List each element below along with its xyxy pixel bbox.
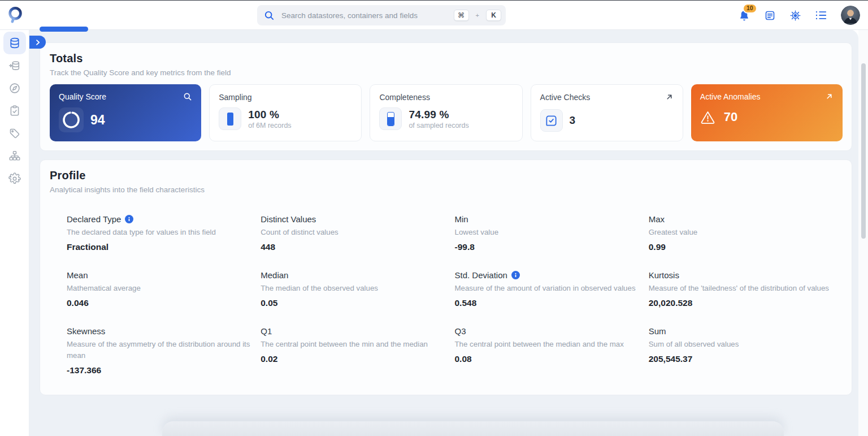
stat-skewness: Skewness Measure of the asymmetry of the… xyxy=(67,326,261,375)
stat-label: Mean xyxy=(67,270,88,280)
stat-value: 205,545.37 xyxy=(649,354,843,364)
brightness-button[interactable] xyxy=(789,10,801,21)
stat-sum: Sum Sum of all observed values 205,545.3… xyxy=(649,326,843,375)
stat-label: Distinct Values xyxy=(261,214,316,224)
stat-value: -137.366 xyxy=(67,365,261,375)
database-in-icon xyxy=(8,59,21,72)
list-icon xyxy=(815,10,827,21)
sidebar-item-datastores[interactable] xyxy=(3,32,26,54)
search-input[interactable] xyxy=(280,11,448,20)
warning-triangle-icon xyxy=(700,110,715,124)
active-checks-title: Active Checks xyxy=(540,93,591,102)
stat-description: Measure of the 'tailedness' of the distr… xyxy=(649,283,838,294)
info-icon[interactable] xyxy=(511,271,520,279)
search-icon xyxy=(264,10,275,21)
active-checks-value: 3 xyxy=(570,114,576,127)
stat-description: Lowest value xyxy=(455,227,644,238)
quality-score-ring xyxy=(59,107,84,132)
sidebar-item-source-records[interactable] xyxy=(3,54,26,77)
chevron-right-icon xyxy=(36,40,40,45)
metric-cards-row: Quality Score 94 Sampling xyxy=(50,84,843,141)
stat-label: Median xyxy=(261,270,288,280)
tag-icon xyxy=(8,127,21,140)
hierarchy-icon xyxy=(8,150,21,162)
stat-description: The declared data type for values in thi… xyxy=(67,227,256,238)
global-search: ⌘ + K xyxy=(257,5,506,25)
active-anomalies-value: 70 xyxy=(724,110,737,124)
arrow-up-right-icon[interactable] xyxy=(665,93,674,103)
stat-description: The central point between the min and th… xyxy=(261,339,450,350)
completeness-card: Completeness 74.99 % of sampled records xyxy=(370,84,522,141)
news-button[interactable] xyxy=(764,10,776,21)
stat-label: Q3 xyxy=(455,326,466,336)
main-content: Totals Track the Quality Score and key m… xyxy=(29,29,858,436)
notifications-button[interactable]: 10 xyxy=(738,9,750,22)
stat-description: Greatest value xyxy=(649,227,838,238)
sidebar-item-checks[interactable] xyxy=(3,100,26,122)
totals-subtitle: Track the Quality Score and key metrics … xyxy=(50,68,843,77)
kbd-plus: + xyxy=(476,12,479,19)
stat-distinct-values: Distinct Values Count of distinct values… xyxy=(261,214,454,252)
scrollbar-thumb[interactable] xyxy=(861,63,866,239)
stat-label: Std. Deviation xyxy=(455,270,507,280)
stat-value: 0.046 xyxy=(67,298,261,308)
stat-value: 0.08 xyxy=(455,354,649,364)
sampling-value: 100 % xyxy=(248,109,291,121)
database-icon xyxy=(8,37,21,49)
search-icon[interactable] xyxy=(183,92,192,103)
sidebar-expand-button[interactable] xyxy=(29,36,46,49)
next-section-peek xyxy=(162,421,784,436)
sidebar xyxy=(0,29,29,436)
quality-score-title: Quality Score xyxy=(59,92,106,101)
sidebar-item-tags[interactable] xyxy=(3,122,26,145)
stat-value: 0.548 xyxy=(455,298,649,308)
kbd-command: ⌘ xyxy=(454,10,469,21)
stat-mean: Mean Mathematical average 0.046 xyxy=(67,270,261,308)
stat-label: Max xyxy=(649,214,665,224)
stat-description: Measure of the asymmetry of the distribu… xyxy=(67,339,256,361)
stat-description: Count of distinct values xyxy=(261,227,450,238)
profile-stats-grid: Declared Type The declared data type for… xyxy=(67,214,843,375)
active-anomalies-title: Active Anomalies xyxy=(700,92,761,101)
stat-value: 20,020.528 xyxy=(649,298,843,308)
stat-description: Mathematical average xyxy=(67,283,256,294)
list-menu-button[interactable] xyxy=(815,10,827,21)
stat-label: Min xyxy=(455,214,468,224)
sidebar-item-settings[interactable] xyxy=(3,167,26,190)
app-logo-icon[interactable] xyxy=(7,6,24,26)
stat-value: 448 xyxy=(261,242,454,252)
sidebar-item-explore[interactable] xyxy=(3,77,26,100)
totals-section: Totals Track the Quality Score and key m… xyxy=(40,42,852,151)
completeness-title: Completeness xyxy=(379,93,430,102)
stat-min: Min Lowest value -99.8 xyxy=(455,214,649,252)
stat-value: Fractional xyxy=(67,242,261,252)
active-checks-card[interactable]: Active Checks 3 xyxy=(531,84,683,141)
stat-declared-type: Declared Type The declared data type for… xyxy=(67,214,261,252)
sampling-title: Sampling xyxy=(219,93,251,102)
active-tab-indicator[interactable] xyxy=(40,27,88,32)
profile-subtitle: Analytical insights into the field chara… xyxy=(50,185,843,194)
gear-icon xyxy=(8,172,21,185)
clipboard-check-icon xyxy=(8,105,21,117)
stat-description: The median of the observed values xyxy=(261,283,450,294)
completeness-value: 74.99 % xyxy=(409,109,468,121)
compass-icon xyxy=(8,82,21,94)
profile-section: Profile Analytical insights into the fie… xyxy=(40,159,852,395)
info-icon[interactable] xyxy=(125,215,133,223)
stat-description: Measure of the amount of variation in ob… xyxy=(455,283,644,294)
stat-description: The central point between the median and… xyxy=(455,339,644,350)
sampling-card: Sampling 100 % of 6M records xyxy=(209,84,362,141)
topbar-actions: 10 xyxy=(738,1,860,30)
check-square-icon xyxy=(540,109,563,132)
user-avatar[interactable] xyxy=(841,6,860,25)
window-top-edge xyxy=(0,0,868,1)
notification-badge: 10 xyxy=(743,3,757,14)
sidebar-item-lineage[interactable] xyxy=(3,145,26,167)
stat-kurtosis: Kurtosis Measure of the 'tailedness' of … xyxy=(649,270,843,308)
active-anomalies-card[interactable]: Active Anomalies 70 xyxy=(691,84,843,141)
totals-title: Totals xyxy=(50,52,843,65)
sampling-caption: of 6M records xyxy=(248,122,291,129)
stat-max: Max Greatest value 0.99 xyxy=(649,214,843,252)
arrow-up-right-icon[interactable] xyxy=(825,92,834,103)
stat-value: 0.02 xyxy=(261,354,454,364)
